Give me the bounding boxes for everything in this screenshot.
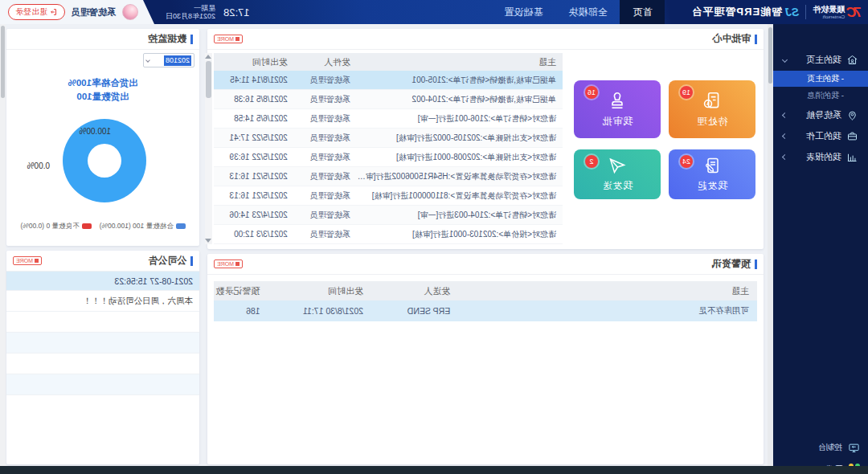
- username: 系统管理员: [72, 6, 116, 18]
- scroll-up-icon[interactable]: [205, 55, 211, 59]
- tab-all-modules[interactable]: 全部模块: [555, 0, 620, 24]
- legend-swatch-blue: [176, 223, 186, 229]
- briefcase-icon: [846, 130, 858, 142]
- erp-dashboard-mirrored: 7C 顺景软件 Centersoft SJ 智能ERP管理平台 首页 全部模块 …: [0, 0, 868, 474]
- window-scrollbar-thumb[interactable]: [1, 26, 5, 98]
- notice-text-row[interactable]: 本周六，周日公司活动！！！: [6, 291, 199, 312]
- col-subject: 主题: [357, 56, 563, 68]
- legend-item-pass[interactable]: 合格数量 100 (100.00%): [100, 222, 186, 231]
- sidebar-item-label: 系统导航: [806, 109, 841, 121]
- period-value: 202108: [164, 55, 191, 66]
- company-name-en: Centersoft: [813, 14, 845, 19]
- pending-count-badge: 19: [680, 86, 693, 99]
- table-row[interactable]: 请您对<销售订单>:2104-003进行[一审]系统管理员2021/4/23 1…: [214, 206, 563, 225]
- card-sent-by-me[interactable]: 2 我发送: [574, 149, 661, 199]
- home-icon: [846, 54, 858, 66]
- table-row[interactable]: 可用库存不足 ERP SEND 2021/8/30 17:11 186: [214, 300, 757, 321]
- panel-title: 公司公告: [148, 254, 193, 268]
- avatar[interactable]: [122, 4, 138, 20]
- scroll-down-icon[interactable]: [205, 239, 211, 243]
- period-select[interactable]: 202108: [143, 53, 194, 67]
- panel-title: 预警资讯: [712, 257, 757, 271]
- panel-header: 公司公告 MORE: [6, 251, 199, 272]
- top-nav: 首页 全部模块 基础设置: [491, 0, 665, 24]
- sidebar-scrollbar[interactable]: [768, 24, 773, 466]
- table-row[interactable]: 请您对<存货浮动换算率设置>:811000001进行[审核]系统管理员2021/…: [214, 186, 563, 206]
- stamp-icon: [607, 90, 628, 111]
- card-initiated-by-me[interactable]: 24 我发起: [669, 149, 755, 199]
- sidebar-scrollbar-thumb[interactable]: [768, 27, 772, 84]
- card-label: 待处理: [697, 115, 728, 129]
- table-row[interactable]: 请您对<存货浮动换算率设置>:H54R15006002进行[审核]系统管理员20…: [214, 167, 563, 186]
- card-pending[interactable]: 19 待处理: [669, 80, 755, 138]
- title-bar-icon: [190, 35, 193, 44]
- col-sender: 发送人: [371, 285, 458, 297]
- notice-empty-row: [6, 353, 199, 374]
- product-title: 智能ERP管理平台: [690, 5, 782, 19]
- title-bar-icon: [190, 256, 193, 266]
- chevron-right-icon: [782, 133, 788, 138]
- table-row[interactable]: 单据已审核,请撤销<销售订单>:2105-001系统管理员2021/8/14 1…: [214, 71, 563, 90]
- tab-basic-settings[interactable]: 基础设置: [491, 0, 555, 24]
- more-button[interactable]: MORE: [214, 259, 243, 268]
- table-row[interactable]: 请您对<支出报账单>:202105-0002进行[审核]系统管理员2021/5/…: [214, 129, 563, 148]
- sidebar-subitem-label: - 我的主页: [807, 73, 844, 84]
- tab-home[interactable]: 首页: [620, 0, 665, 24]
- chevron-right-icon: [782, 153, 788, 159]
- table-row[interactable]: 请您对<销售订单>:2106-001进行[一审]系统管理员2021/6/5 14…: [214, 109, 563, 129]
- sidebar-subitem-my-messages[interactable]: - 我的消息: [773, 88, 868, 103]
- sidebar-item-label: 我的工作: [806, 130, 841, 142]
- logout-icon: [50, 8, 58, 16]
- title-bar-icon: [755, 259, 757, 269]
- panel-header: 审批中心 MORE: [207, 29, 764, 50]
- map-pin-icon: [846, 109, 858, 121]
- col-subject: 主题: [458, 285, 757, 297]
- col-sent-time: 发出时间: [214, 56, 294, 68]
- window-scrollbar[interactable]: [0, 24, 6, 474]
- date-display: 星期一 2021年8月30日: [166, 4, 215, 21]
- more-icon: [35, 259, 39, 263]
- logout-button[interactable]: 退出登录: [8, 4, 65, 20]
- sidebar-subitem-my-home[interactable]: - 我的主页: [773, 71, 868, 87]
- notice-date-row[interactable]: 2021-08-27 15:56:23: [6, 272, 199, 291]
- donut-hole: [88, 144, 121, 178]
- table-row[interactable]: 单据已审核,请撤销<销售订单>:2104-002系统管理员2021/8/5 16…: [214, 90, 563, 109]
- sidebar-item-system-nav[interactable]: 系统导航: [773, 104, 868, 125]
- sent-count-badge: 2: [585, 155, 598, 168]
- notice-empty-row: [6, 374, 199, 395]
- card-label: 我发送: [602, 179, 633, 193]
- table-scrollbar-thumb[interactable]: [206, 61, 211, 98]
- sidebar-item-label: 我的报表: [806, 151, 841, 163]
- sidebar-item-label: 我的主页: [806, 54, 841, 66]
- sidebar-item-my-reports[interactable]: 我的报表: [773, 146, 868, 167]
- company-name: 顺景软件: [813, 6, 845, 14]
- more-button[interactable]: MORE: [214, 35, 243, 43]
- sidebar-item-my-home[interactable]: 我的主页: [773, 50, 868, 69]
- table-scrollbar[interactable]: [205, 53, 212, 244]
- bottom-strip: [0, 466, 868, 474]
- company-logo: 7C 顺景软件 Centersoft: [813, 6, 868, 19]
- table-row[interactable]: 请您对<报价单>:202103-0001进行[审核]系统管理员2021/3/3 …: [214, 225, 563, 244]
- table-header: 主题 发送人 发出时间 预警记录数: [214, 281, 757, 300]
- product-logo-icon: SJ: [785, 6, 799, 18]
- table-row[interactable]: 请您对<支出报账单>:202008-0001进行[审核]系统管理员2021/5/…: [214, 148, 563, 167]
- company-logo-icon: 7C: [849, 6, 862, 19]
- product-logo: SJ 智能ERP管理平台: [690, 5, 799, 19]
- legend-item-defect[interactable]: 不良数量 0 (0.00%): [20, 222, 91, 231]
- more-icon: [235, 37, 240, 41]
- card-my-approvals[interactable]: 16 我审批: [574, 80, 661, 138]
- topbar-divider: [805, 5, 806, 19]
- title-bar-icon: [755, 35, 757, 44]
- more-button[interactable]: MORE: [13, 256, 42, 265]
- date: 2021年8月30日: [166, 12, 215, 20]
- donut-label-main: 100.00%: [80, 127, 111, 136]
- topbar: 7C 顺景软件 Centersoft SJ 智能ERP管理平台 首页 全部模块 …: [0, 0, 868, 24]
- sidebar-item-my-work[interactable]: 我的工作: [773, 125, 868, 146]
- sidebar-item-console[interactable]: 控制台: [773, 438, 868, 457]
- clipboard-clock-icon: [702, 90, 723, 111]
- col-sent-time: 发出时间: [268, 285, 371, 297]
- card-label: 我发起: [697, 179, 728, 193]
- notice-empty-row: [6, 333, 199, 353]
- col-alert-count: 预警记录数: [214, 285, 268, 297]
- clock: 17:28: [223, 6, 250, 18]
